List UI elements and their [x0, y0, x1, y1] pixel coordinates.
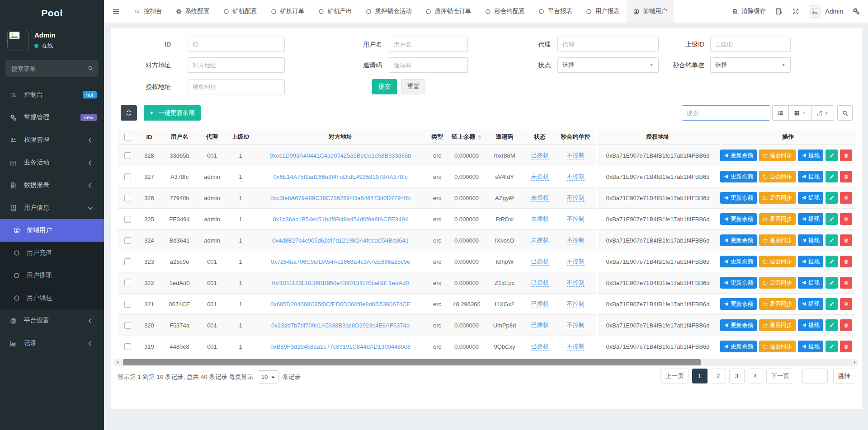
- edit-button[interactable]: [826, 298, 838, 310]
- edit-button[interactable]: [826, 319, 838, 331]
- export-button[interactable]: [811, 105, 834, 121]
- scroll-right-button[interactable]: [851, 359, 858, 366]
- select-all-checkbox[interactable]: [124, 134, 131, 140]
- sidebar-toggle-button[interactable]: [104, 0, 127, 23]
- withdraw-button[interactable]: 提现: [798, 277, 823, 289]
- control-editable[interactable]: 不控制: [567, 258, 585, 266]
- status-editable[interactable]: 已授权: [531, 343, 549, 351]
- row-checkbox[interactable]: [124, 237, 131, 244]
- filter-input-auth-address[interactable]: [188, 79, 285, 94]
- log-file-icon[interactable]: [775, 8, 783, 15]
- filter-select-contract-control[interactable]: 选择: [710, 57, 791, 73]
- sidebar-item-业务活动[interactable]: 业务活动: [0, 151, 104, 174]
- delete-button[interactable]: [840, 341, 852, 352]
- update-all-balances-button[interactable]: 一键更新余额: [144, 105, 201, 121]
- control-editable[interactable]: 不控制: [567, 215, 585, 223]
- control-editable[interactable]: 不控制: [567, 322, 585, 329]
- status-editable[interactable]: 未授权: [531, 194, 549, 202]
- page-size-select[interactable]: 10: [258, 370, 278, 383]
- toggle-view-button[interactable]: [772, 105, 789, 121]
- avatar[interactable]: [7, 30, 28, 51]
- sidebar-subitem-用户钱包[interactable]: 用户钱包: [0, 287, 104, 309]
- nav-tab-用户报表[interactable]: 用户报表: [579, 0, 627, 23]
- nav-tab-矿机订单[interactable]: 矿机订单: [264, 0, 311, 23]
- sync-button[interactable]: 是否同步: [759, 298, 796, 310]
- scrollbar-thumb[interactable]: [123, 359, 701, 365]
- jump-page-input[interactable]: [802, 369, 828, 383]
- search-submit-button[interactable]: [837, 105, 853, 121]
- status-editable[interactable]: 已授权: [531, 152, 549, 159]
- nav-tab-平台报表[interactable]: 平台报表: [532, 0, 579, 23]
- address-link[interactable]: 0xf1811123E8136BB950e439013fB70baB8F1edA…: [272, 280, 409, 286]
- row-checkbox[interactable]: [124, 216, 131, 223]
- delete-button[interactable]: [840, 171, 852, 182]
- delete-button[interactable]: [840, 150, 852, 161]
- update-balance-button[interactable]: 更新余额: [720, 256, 757, 267]
- status-editable[interactable]: 未授权: [531, 215, 549, 223]
- submit-button[interactable]: 提交: [372, 79, 397, 94]
- delete-button[interactable]: [840, 256, 852, 267]
- sync-button[interactable]: 是否同步: [759, 319, 796, 331]
- withdraw-button[interactable]: 提现: [798, 213, 823, 225]
- sidebar-subitem-用户提现[interactable]: 用户提现: [0, 264, 104, 287]
- row-checkbox[interactable]: [124, 322, 131, 329]
- sync-button[interactable]: 是否同步: [759, 213, 796, 225]
- columns-button[interactable]: [788, 105, 811, 121]
- update-balance-button[interactable]: 更新余额: [720, 341, 757, 352]
- reset-button[interactable]: 重置: [401, 79, 425, 94]
- sidebar-item-用户信息[interactable]: 用户信息: [0, 196, 104, 219]
- update-balance-button[interactable]: 更新余额: [720, 213, 757, 225]
- settings-cogs-icon[interactable]: [853, 8, 860, 15]
- jump-button[interactable]: 跳转: [833, 369, 855, 383]
- sidebar-subitem-用户充值[interactable]: 用户充值: [0, 242, 104, 264]
- sync-button[interactable]: 是否同步: [759, 192, 796, 204]
- sync-button[interactable]: 是否同步: [759, 150, 796, 161]
- address-link[interactable]: 0x7264ba706C9efDA54Ac2668E4c3A7eE686a25c…: [271, 258, 410, 265]
- control-editable[interactable]: 不控制: [567, 300, 585, 308]
- delete-button[interactable]: [840, 192, 852, 204]
- edit-button[interactable]: [826, 213, 838, 225]
- page-button-2[interactable]: 2: [711, 369, 726, 383]
- sidebar-item-平台设置[interactable]: 平台设置: [0, 309, 104, 332]
- edit-button[interactable]: [826, 341, 838, 352]
- row-checkbox[interactable]: [124, 195, 131, 201]
- row-checkbox[interactable]: [124, 301, 131, 308]
- sync-button[interactable]: 是否同步: [759, 277, 796, 289]
- control-editable[interactable]: 不控制: [567, 152, 585, 159]
- update-balance-button[interactable]: 更新余额: [720, 234, 757, 246]
- control-editable[interactable]: 不控制: [567, 194, 585, 202]
- sidebar-item-常规管理[interactable]: 常规管理new: [0, 106, 104, 129]
- update-balance-button[interactable]: 更新余额: [720, 277, 757, 289]
- status-editable[interactable]: 已授权: [531, 279, 549, 287]
- row-checkbox[interactable]: [124, 258, 131, 265]
- nav-tab-前端用户[interactable]: 前端用户: [627, 0, 674, 23]
- address-link[interactable]: 0x685D204068C85f0CfED0D060f0e8d8D5390674…: [270, 301, 410, 308]
- prev-page-button[interactable]: 上一页: [660, 369, 689, 383]
- nav-tab-控制台[interactable]: 控制台: [127, 0, 169, 23]
- status-editable[interactable]: 已授权: [531, 300, 549, 308]
- withdraw-button[interactable]: 提现: [798, 341, 823, 352]
- sync-button[interactable]: 是否同步: [759, 171, 796, 182]
- page-button-4[interactable]: 4: [748, 369, 763, 383]
- address-link[interactable]: 0x6E14A75f9ad166e8f4FcDfdE493581978AA378…: [273, 173, 407, 180]
- control-editable[interactable]: 不控制: [567, 279, 585, 287]
- admin-menu[interactable]: Admin: [809, 5, 843, 18]
- edit-button[interactable]: [826, 192, 838, 204]
- col-header-balance[interactable]: 链上余额: [448, 129, 485, 145]
- nav-tab-矿机配置[interactable]: 矿机配置: [217, 0, 264, 23]
- withdraw-button[interactable]: 提现: [798, 319, 823, 331]
- row-checkbox[interactable]: [124, 173, 131, 180]
- sidebar-item-权限管理[interactable]: 权限管理: [0, 129, 104, 151]
- withdraw-button[interactable]: 提现: [798, 192, 823, 204]
- address-link[interactable]: 0x23ab7b7df709c1A5938B3ac8D2923c4E6AF537…: [271, 322, 410, 329]
- withdraw-button[interactable]: 提现: [798, 234, 823, 246]
- sidebar-subitem-前端用户[interactable]: 前端用户: [0, 219, 104, 242]
- address-link[interactable]: 0xec1D993A40441C4ae07425a5BeCe1e58B933d6…: [270, 152, 411, 159]
- withdraw-button[interactable]: 提现: [798, 298, 823, 310]
- withdraw-button[interactable]: 提现: [798, 150, 823, 161]
- withdraw-button[interactable]: 提现: [798, 256, 823, 267]
- edit-button[interactable]: [826, 256, 838, 267]
- address-link[interactable]: 0xB89F3d2b458aa1e77c89191C844bAD13094480…: [270, 343, 410, 350]
- next-page-button[interactable]: 下一页: [766, 369, 795, 383]
- edit-button[interactable]: [826, 150, 838, 161]
